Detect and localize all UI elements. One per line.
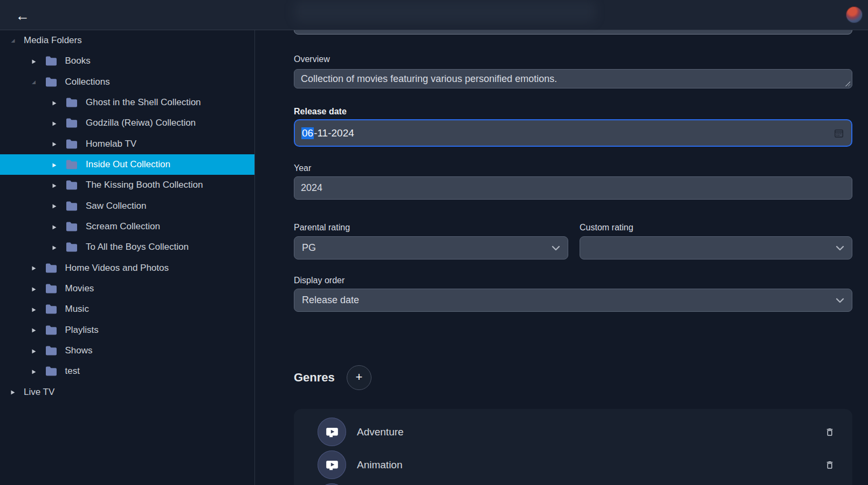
tree-item-label: test [65,366,80,377]
video-genre-icon [325,458,339,472]
parental-rating-select[interactable]: PG [294,236,568,259]
tree-item-label: Home Videos and Photos [65,263,169,274]
genres-header: Genres + [294,365,852,390]
triangle-glyph: ▶ [32,286,36,292]
genre-avatar [318,450,346,479]
expand-icon[interactable]: ▶ [51,141,58,147]
tree-item-label: Movies [65,283,94,294]
custom-rating-label: Custom rating [580,223,633,233]
folder-icon [45,325,58,336]
overview-input[interactable]: Collection of movies featuring various p… [294,69,852,88]
triangle-glyph: ▶ [32,306,36,312]
expand-icon[interactable]: ▶ [51,162,58,168]
tree-item-label: Live TV [24,387,54,398]
expand-icon[interactable]: ▶ [10,389,16,395]
calendar-picker-icon[interactable] [833,127,845,139]
chevron-down-icon [836,245,844,251]
tree-item-the-kissing-booth-collection[interactable]: ▶The Kissing Booth Collection [0,175,254,195]
tree-item-label: Music [65,304,89,315]
tree-item-media-folders[interactable]: ◢Media Folders [0,30,254,51]
expand-icon[interactable]: ▶ [51,224,58,230]
app-top-bar: ← [0,0,868,30]
expand-icon[interactable]: ▶ [51,182,58,188]
triangle-glyph: ▶ [53,182,57,188]
metadata-edit-form: Overview Collection of movies featuring … [255,0,868,485]
user-avatar[interactable] [846,6,863,23]
triangle-glyph: ▶ [53,162,57,168]
expand-icon[interactable]: ▶ [31,58,37,64]
tree-item-live-tv[interactable]: ▶Live TV [0,382,254,402]
expand-icon[interactable]: ▶ [31,265,37,271]
expand-icon[interactable]: ▶ [31,348,37,354]
folder-icon [65,180,78,190]
tree-item-godzilla-reiwa-collection[interactable]: ▶Godzilla (Reiwa) Collection [0,113,254,133]
folder-icon [65,118,78,128]
tree-item-collections[interactable]: ◢Collections [0,72,254,92]
tree-item-saw-collection[interactable]: ▶Saw Collection [0,196,254,216]
sidebar-divider [254,30,255,485]
expand-icon[interactable]: ▶ [31,368,37,374]
media-folders-tree: ◢Media Folders▶Books◢Collections▶Ghost i… [0,30,254,402]
tree-item-home-videos-and-photos[interactable]: ▶Home Videos and Photos [0,258,254,278]
folder-icon [65,159,78,170]
triangle-glyph: ▶ [53,244,57,250]
expand-icon[interactable]: ▶ [31,306,37,312]
calendar-icon [833,128,844,139]
collapse-icon[interactable]: ◢ [10,38,16,43]
year-input[interactable]: 2024 [294,176,852,200]
back-button[interactable]: ← [14,7,31,24]
date-day-segment-selected[interactable]: 06 [301,127,314,139]
trash-icon [825,427,835,438]
expand-icon[interactable]: ▶ [51,100,58,106]
triangle-glyph: ▶ [53,224,57,230]
folder-icon [65,221,78,232]
tree-item-label: Ghost in the Shell Collection [86,97,201,108]
tree-item-books[interactable]: ▶Books [0,51,254,71]
release-date-input[interactable]: 06 -11-2024 [294,119,852,147]
display-order-select[interactable]: Release date [294,289,852,312]
triangle-glyph: ◢ [32,79,36,85]
tree-item-label: Saw Collection [86,201,146,211]
chevron-down-icon [552,245,560,251]
expand-icon[interactable]: ▶ [31,286,37,292]
trash-icon [825,460,835,470]
obscured-content-smudge [294,1,596,23]
tree-item-inside-out-collection[interactable]: ▶Inside Out Collection [0,154,254,175]
folder-icon [45,304,58,315]
expand-icon[interactable]: ▶ [51,203,58,209]
tree-item-test[interactable]: ▶test [0,361,254,381]
genre-row-partial [318,481,836,485]
tree-item-label: Playlists [65,325,99,336]
delete-genre-button[interactable] [823,426,836,439]
tree-item-label: Scream Collection [86,221,160,232]
tree-item-movies[interactable]: ▶Movies [0,278,254,299]
delete-genre-button[interactable] [823,459,836,472]
expand-icon[interactable]: ▶ [31,327,37,333]
tree-item-playlists[interactable]: ▶Playlists [0,320,254,340]
add-genre-button[interactable]: + [347,365,371,390]
year-label: Year [294,163,852,173]
custom-rating-select[interactable] [580,236,852,259]
triangle-glyph: ▶ [53,120,57,126]
triangle-glyph: ▶ [32,368,36,374]
tree-item-to-all-the-boys-collection[interactable]: ▶To All the Boys Collection [0,237,254,257]
tree-item-homelab-tv[interactable]: ▶Homelab TV [0,134,254,154]
resize-handle-icon[interactable] [845,81,850,86]
tree-item-label: The Kissing Booth Collection [86,180,203,190]
folder-icon [65,97,78,108]
expand-icon[interactable]: ▶ [51,120,58,126]
tree-item-label: Shows [65,345,93,356]
tree-item-scream-collection[interactable]: ▶Scream Collection [0,216,254,237]
tree-item-shows[interactable]: ▶Shows [0,340,254,361]
triangle-glyph: ▶ [32,58,36,64]
date-rest-segments[interactable]: -11-2024 [314,127,354,139]
triangle-glyph: ▶ [53,141,57,147]
collapse-icon[interactable]: ◢ [31,79,37,85]
folder-icon [45,283,58,294]
expand-icon[interactable]: ▶ [51,244,58,250]
tree-item-label: Homelab TV [86,139,136,149]
tree-item-ghost-in-the-shell-collection[interactable]: ▶Ghost in the Shell Collection [0,92,254,113]
year-value: 2024 [301,182,322,194]
tree-item-music[interactable]: ▶Music [0,299,254,319]
genre-row-adventure: Adventure [318,415,836,448]
